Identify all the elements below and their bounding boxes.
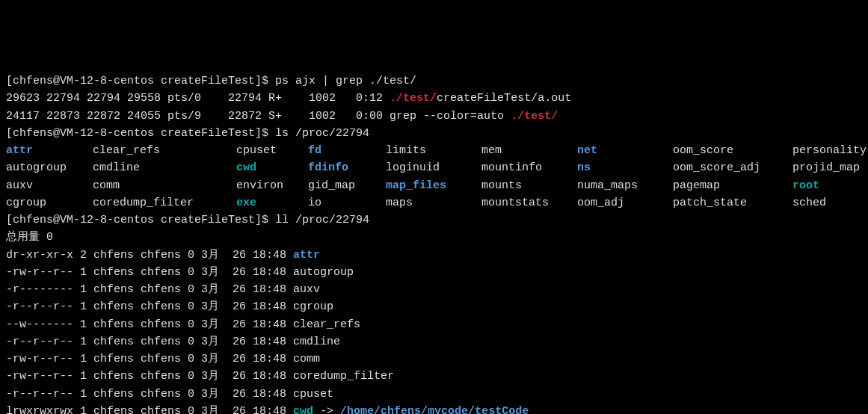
ll-meta: --w------- 1 chfens chfens 0 3月 26 18:48 [6, 318, 293, 331]
ll-meta: -r--r--r-- 1 chfens chfens 0 3月 26 18:48 [6, 300, 293, 313]
ll-name: cgroup [293, 300, 333, 313]
ls-item: personality [792, 142, 868, 159]
ls-item: fdinfo [308, 159, 386, 176]
ll-meta: dr-xr-xr-x 2 chfens chfens 0 3月 26 18:48 [6, 249, 293, 262]
ll-total: 总用量 0 [6, 231, 53, 244]
ls-item: io [308, 194, 386, 211]
ls-item: coredump_filter [93, 194, 236, 211]
ps-row-rest: createFileTest/a.out [437, 92, 571, 105]
terminal-line: -rw-r--r-- 1 chfens chfens 0 3月 26 18:48… [6, 350, 862, 368]
ll-meta: -r--r--r-- 1 chfens chfens 0 3月 26 18:48 [6, 388, 293, 401]
terminal-line: 24117 22873 22872 24055 pts/9 22872 S+ 1… [6, 108, 862, 125]
terminal-line: -r--r--r-- 1 chfens chfens 0 3月 26 18:48… [6, 333, 862, 350]
ls-item: net [577, 142, 673, 159]
ll-name: auxv [293, 283, 320, 296]
terminal-line: dr-xr-xr-x 2 chfens chfens 0 3月 26 18:48… [6, 247, 862, 264]
terminal-line: autogroupcmdlinecwdfdinfologinuidmountin… [6, 159, 862, 176]
ls-item: maps [386, 194, 481, 211]
ll-name: autogroup [293, 266, 354, 279]
terminal-line: [chfens@VM-12-8-centos createFileTest]$ … [6, 125, 862, 142]
ls-item: oom_score [673, 142, 792, 159]
terminal-line: -r--r--r-- 1 chfens chfens 0 3月 26 18:48… [6, 298, 862, 315]
ps-row-mid: grep --color=auto [390, 110, 511, 123]
terminal-line: attrclear_refscpusetfdlimitsmemnetoom_sc… [6, 142, 862, 159]
terminal[interactable]: [chfens@VM-12-8-centos createFileTest]$ … [6, 72, 862, 414]
ll-name: clear_refs [293, 318, 360, 331]
ls-item: environ [236, 177, 308, 194]
ll-meta: -rw-r--r-- 1 chfens chfens 0 3月 26 18:48 [6, 370, 293, 383]
ls-item: mem [481, 142, 577, 159]
ls-item: oom_adj [577, 194, 673, 211]
terminal-line: 29623 22794 22794 29558 pts/0 22794 R+ 1… [6, 90, 862, 107]
shell-prompt: [chfens@VM-12-8-centos createFileTest]$ [6, 127, 275, 140]
ll-meta: -rw-r--r-- 1 chfens chfens 0 3月 26 18:48 [6, 266, 293, 279]
ll-name: cwd [293, 405, 313, 414]
ll-meta: -rw-r--r-- 1 chfens chfens 0 3月 26 18:48 [6, 353, 293, 365]
ll-name: coredump_filter [293, 370, 394, 383]
terminal-line: lrwxrwxrwx 1 chfens chfens 0 3月 26 18:48… [6, 403, 862, 414]
shell-prompt: [chfens@VM-12-8-centos createFileTest]$ [6, 75, 275, 87]
ll-meta: lrwxrwxrwx 1 chfens chfens 0 3月 26 18:48 [6, 405, 293, 414]
terminal-line: -r--r--r-- 1 chfens chfens 0 3月 26 18:48… [6, 386, 862, 403]
ls-item: cgroup [6, 194, 93, 211]
grep-match: ./test/ [390, 92, 437, 105]
ls-item: oom_score_adj [673, 159, 792, 176]
ll-meta: -r-------- 1 chfens chfens 0 3月 26 18:48 [6, 283, 293, 296]
shell-command: ps ajx | grep ./test/ [275, 75, 416, 87]
terminal-line: -rw-r--r-- 1 chfens chfens 0 3月 26 18:48… [6, 264, 862, 281]
terminal-line: -r-------- 1 chfens chfens 0 3月 26 18:48… [6, 281, 862, 298]
ll-name: comm [293, 353, 320, 365]
ll-meta: -r--r--r-- 1 chfens chfens 0 3月 26 18:48 [6, 336, 293, 348]
ls-item: numa_maps [577, 177, 673, 194]
ll-name: cmdline [293, 336, 340, 348]
ls-item: fd [308, 142, 386, 159]
ls-item: cmdline [93, 159, 236, 176]
ls-item: pagemap [673, 177, 792, 194]
shell-command: ls /proc/22794 [275, 127, 369, 140]
terminal-line: --w------- 1 chfens chfens 0 3月 26 18:48… [6, 316, 862, 333]
ll-target: /home/chfens/mycode/testCode [340, 405, 529, 414]
ls-item: mountinfo [481, 159, 577, 176]
ls-item: root [792, 177, 868, 194]
ls-item: loginuid [386, 159, 481, 176]
ls-item: cwd [236, 159, 308, 176]
ls-item: projid_map [792, 159, 868, 176]
shell-command: ll /proc/22794 [275, 214, 369, 226]
ls-item: auxv [6, 177, 93, 194]
ls-item: gid_map [308, 177, 386, 194]
ls-item: autogroup [6, 159, 93, 176]
ls-item: mounts [481, 177, 577, 194]
ls-item: patch_state [673, 194, 792, 211]
ps-row: 24117 22873 22872 24055 pts/9 22872 S+ 1… [6, 110, 390, 123]
terminal-line: [chfens@VM-12-8-centos createFileTest]$ … [6, 72, 862, 90]
terminal-line: [chfens@VM-12-8-centos createFileTest]$ … [6, 211, 862, 229]
ls-item: attr [6, 142, 93, 159]
terminal-line: -rw-r--r-- 1 chfens chfens 0 3月 26 18:48… [6, 368, 862, 385]
shell-prompt: [chfens@VM-12-8-centos createFileTest]$ [6, 214, 275, 226]
ls-item: exe [236, 194, 308, 211]
ll-arrow: -> [313, 405, 340, 414]
ls-item: mountstats [481, 194, 577, 211]
ll-name: cpuset [293, 388, 333, 401]
terminal-line: 总用量 0 [6, 229, 862, 246]
ls-item: cpuset [236, 142, 308, 159]
ls-item: sched [792, 194, 868, 211]
ll-name: attr [293, 249, 320, 262]
ls-item: clear_refs [93, 142, 236, 159]
ls-item: limits [386, 142, 481, 159]
grep-match: ./test/ [511, 110, 558, 123]
ps-row: 29623 22794 22794 29558 pts/0 22794 R+ 1… [6, 92, 390, 105]
ls-item: map_files [386, 177, 481, 194]
terminal-line: auxvcommenvirongid_mapmap_filesmountsnum… [6, 177, 862, 194]
ls-item: comm [93, 177, 236, 194]
ls-item: ns [577, 159, 673, 176]
terminal-line: cgroupcoredump_filterexeiomapsmountstats… [6, 194, 862, 211]
